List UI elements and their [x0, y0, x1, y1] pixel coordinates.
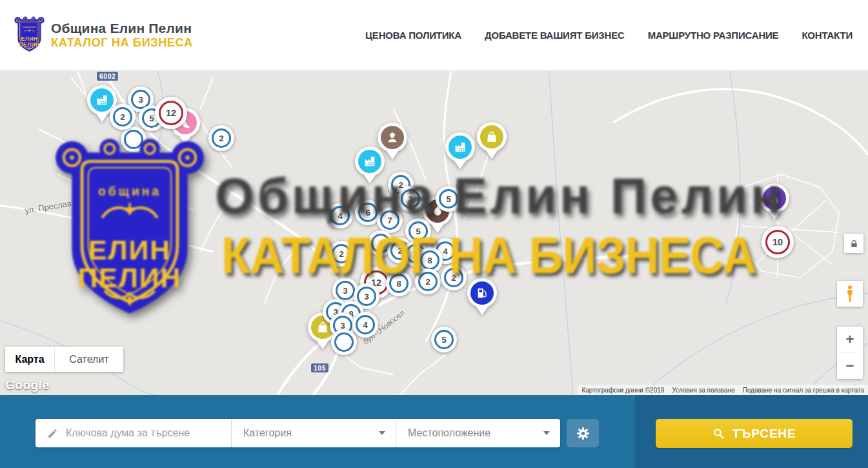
search-button[interactable]: ТЪРСЕНЕ	[656, 419, 853, 448]
lock-button[interactable]	[844, 234, 863, 253]
nav-item[interactable]: ЦЕНОВА ПОЛИТИКА	[365, 30, 461, 41]
main-nav: ЦЕНОВА ПОЛИТИКАДОБАВЕТЕ ВАШИЯТ БИЗНЕСМАР…	[365, 30, 853, 41]
category-select[interactable]: Категория	[231, 419, 396, 447]
map-type-map-button[interactable]: Карта	[5, 347, 55, 372]
gear-icon	[576, 426, 590, 441]
nav-item[interactable]: МАРШРУТНО РАЗПИСАНИЕ	[648, 30, 779, 41]
zoom-out-button[interactable]: −	[837, 353, 863, 379]
zoom-control: + −	[837, 327, 863, 379]
zoom-in-button[interactable]: +	[837, 327, 863, 352]
site-subtitle: КАТАЛОГ НА БИЗНЕСА	[51, 36, 193, 50]
attribution-link[interactable]: Условия за ползване	[672, 387, 734, 394]
municipality-emblem-icon	[14, 16, 45, 54]
attribution-link[interactable]: Подаване на сигнал за грешка в картата	[743, 387, 864, 394]
attribution-text: Картографски данни ©2019	[581, 387, 664, 394]
map-canvas[interactable]: 325122235647542274822128333834510 Община…	[0, 71, 868, 395]
search-group: Категория Местоположение	[35, 419, 560, 447]
advanced-filters-button[interactable]	[567, 419, 599, 447]
brand-text: Община Елин Пелин КАТАЛОГ НА БИЗНЕСА	[51, 21, 193, 49]
keyword-input[interactable]	[66, 427, 222, 439]
site-logo-link[interactable]: Община Елин Пелин КАТАЛОГ НА БИЗНЕСА	[14, 16, 193, 54]
pegman-button[interactable]	[837, 281, 863, 307]
pencil-icon	[47, 428, 58, 439]
chevron-down-icon	[379, 431, 385, 435]
location-select-value: Местоположение	[408, 427, 490, 439]
search-button-label: ТЪРСЕНЕ	[732, 427, 796, 441]
keyword-segment	[35, 419, 231, 447]
site-title: Община Елин Пелин	[51, 21, 193, 36]
site-header: Община Елин Пелин КАТАЛОГ НА БИЗНЕСА ЦЕН…	[0, 0, 868, 71]
nav-item[interactable]: ДОБАВЕТЕ ВАШИЯТ БИЗНЕС	[485, 30, 625, 41]
map-controls-layer: Карта Сателит Google Картографски данни …	[0, 71, 868, 395]
lock-icon	[849, 238, 860, 249]
search-panel: Категория Местоположение ТЪРСЕНЕ	[0, 395, 868, 468]
location-select[interactable]: Местоположение	[396, 419, 560, 447]
search-icon	[712, 427, 725, 440]
google-logo[interactable]: Google	[5, 378, 49, 392]
map-type-control: Карта Сателит	[5, 347, 123, 372]
pegman-icon	[845, 285, 855, 303]
category-select-value: Категория	[243, 427, 292, 439]
chevron-down-icon	[543, 431, 550, 435]
map-type-satellite-button[interactable]: Сателит	[55, 347, 123, 372]
map-attribution: Картографски данни ©2019Условия за ползв…	[578, 385, 868, 395]
nav-item[interactable]: КОНТАКТИ	[802, 30, 853, 41]
